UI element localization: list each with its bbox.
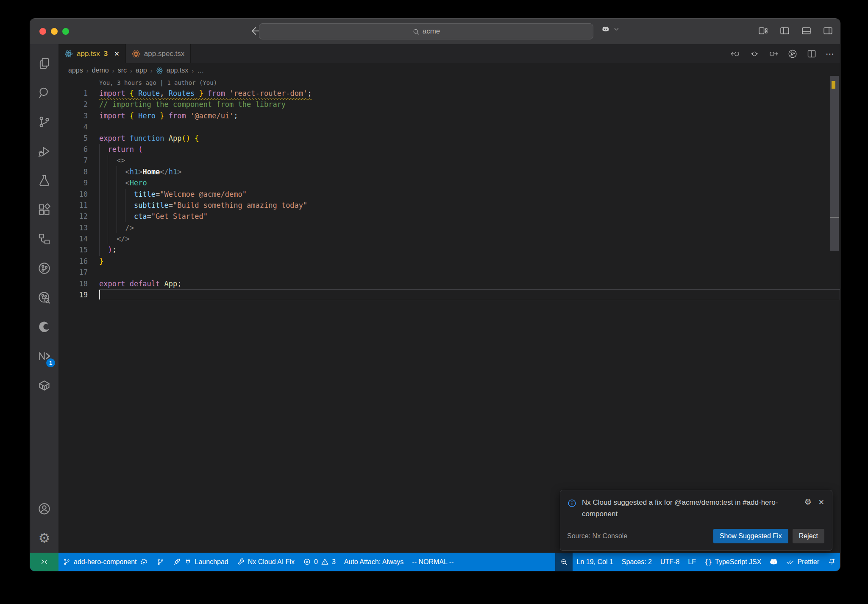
gitlens-icon[interactable]: [30, 254, 58, 283]
tab-app-spec-tsx[interactable]: app.spec.tsx: [126, 44, 191, 63]
code-line[interactable]: 7 <>: [58, 155, 840, 166]
tab-problems-badge: 3: [104, 50, 108, 58]
code-line[interactable]: 6 return (: [58, 144, 840, 155]
nx-cloud-fix-item[interactable]: Nx Cloud AI Fix: [233, 553, 299, 571]
vim-mode-item[interactable]: -- NORMAL --: [408, 553, 458, 571]
more-actions-icon[interactable]: ⋯: [826, 49, 835, 59]
toggle-sidebar-icon[interactable]: [779, 25, 790, 36]
copilot-menu[interactable]: [600, 25, 620, 33]
line-number: 8: [58, 166, 99, 177]
code-line[interactable]: 12 cta="Get Started": [58, 211, 840, 222]
copilot-status-item[interactable]: [765, 553, 782, 571]
breadcrumb-separator: ›: [130, 67, 132, 74]
close-tab-icon[interactable]: ✕: [114, 50, 120, 58]
auto-attach-item[interactable]: Auto Attach: Always: [340, 553, 408, 571]
breadcrumb-item[interactable]: demo: [92, 67, 109, 74]
source-control-icon[interactable]: [30, 107, 58, 137]
code-line[interactable]: 16}: [58, 256, 840, 267]
error-icon: [303, 558, 311, 566]
code-line[interactable]: 10 title="Welcmoe @acme/demo": [58, 189, 840, 200]
code-line[interactable]: 17: [58, 267, 840, 278]
code-line[interactable]: 13 />: [58, 222, 840, 233]
encoding-item[interactable]: UTF-8: [656, 553, 684, 571]
notification-settings-icon[interactable]: ⚙: [804, 498, 812, 506]
line-number: 2: [58, 99, 99, 110]
notification-message: Nx Cloud suggested a fix for @acme/demo:…: [582, 497, 799, 520]
indentation-item[interactable]: Spaces: 2: [618, 553, 656, 571]
git-branch-item[interactable]: add-hero-component: [58, 553, 152, 571]
commit-graph-circle-icon[interactable]: [787, 49, 798, 59]
line-number: 6: [58, 144, 99, 155]
breadcrumb-item[interactable]: …: [197, 67, 204, 74]
close-window-button[interactable]: [39, 28, 46, 35]
change-icon[interactable]: [749, 49, 760, 59]
notification-toast: Nx Cloud suggested a fix for @acme/demo:…: [560, 490, 832, 551]
remote-indicator[interactable]: [30, 553, 58, 571]
zoom-indicator-item[interactable]: [555, 553, 573, 571]
minimize-window-button[interactable]: [51, 28, 58, 35]
problems-item[interactable]: 0 3: [299, 553, 340, 571]
line-number: 18: [58, 278, 99, 289]
extensions-icon[interactable]: [30, 195, 58, 224]
cursor-position-item[interactable]: Ln 19, Col 1: [573, 553, 618, 571]
code-line[interactable]: 11 subtitle="Build something amazing tod…: [58, 200, 840, 211]
notification-close-icon[interactable]: ✕: [818, 498, 824, 507]
settings-gear-icon[interactable]: ⚙: [30, 523, 58, 553]
react-icon: [156, 67, 163, 74]
code-line[interactable]: 2// importing the component from the lib…: [58, 99, 840, 110]
code-line[interactable]: 1import { Route, Routes } from 'react-ro…: [58, 88, 840, 99]
maximize-window-button[interactable]: [62, 28, 69, 35]
reject-button[interactable]: Reject: [793, 529, 824, 543]
breadcrumb-separator: ›: [150, 67, 153, 74]
code-line[interactable]: 5export function App() {: [58, 133, 840, 144]
code-line[interactable]: 9 <Hero: [58, 177, 840, 188]
launchpad-item[interactable]: Launchpad: [169, 553, 233, 571]
run-debug-icon[interactable]: [30, 137, 58, 166]
commit-graph-icon[interactable]: [30, 283, 58, 312]
double-check-icon: [786, 558, 794, 566]
code-line[interactable]: 3import { Hero } from '@acme/ui';: [58, 110, 840, 121]
publish-cloud-icon: [140, 558, 148, 566]
scrollbar-thumb[interactable]: [830, 76, 839, 251]
accounts-icon[interactable]: [30, 494, 58, 523]
containers-icon[interactable]: [30, 371, 58, 400]
previous-change-icon[interactable]: [730, 49, 740, 59]
breadcrumb-item[interactable]: src: [118, 67, 127, 74]
line-number: 15: [58, 244, 99, 255]
code-line[interactable]: 8 <h1>Home</h1>: [58, 166, 840, 177]
hierarchy-icon[interactable]: [30, 224, 58, 254]
notification-source: Source: Nx Console: [567, 532, 713, 540]
code-line[interactable]: 18export default App;: [58, 278, 840, 289]
formatter-item[interactable]: Prettier: [782, 553, 823, 571]
breadcrumb-item[interactable]: app.tsx: [167, 67, 189, 74]
code-line[interactable]: 19: [58, 289, 840, 300]
code-line[interactable]: 14 </>: [58, 233, 840, 244]
notifications-bell-item[interactable]: [823, 553, 840, 571]
split-editor-icon[interactable]: [807, 49, 817, 59]
breadcrumb-item[interactable]: apps: [68, 67, 83, 74]
breadcrumb-separator: ›: [112, 67, 114, 74]
testing-icon[interactable]: [30, 166, 58, 195]
code-line[interactable]: 4: [58, 121, 840, 132]
toggle-secondary-sidebar-icon[interactable]: [823, 25, 833, 36]
info-icon: [567, 498, 577, 508]
show-suggested-fix-button[interactable]: Show Suggested Fix: [713, 529, 788, 543]
eol-item[interactable]: LF: [684, 553, 700, 571]
tab-app-tsx[interactable]: app.tsx 3 ✕: [58, 44, 126, 63]
branch-icon: [63, 558, 71, 566]
nx-console-icon[interactable]: 1: [30, 341, 58, 371]
explorer-icon[interactable]: [30, 49, 58, 78]
customize-layout-icon[interactable]: [758, 25, 768, 36]
breadcrumb-item[interactable]: app: [136, 67, 147, 74]
line-number: 17: [58, 267, 99, 278]
language-mode-item[interactable]: {} TypeScript JSX: [700, 553, 765, 571]
search-view-icon[interactable]: [30, 78, 58, 107]
command-center-search[interactable]: acme: [259, 23, 593, 39]
source-control-status-item[interactable]: [152, 553, 169, 571]
warning-count: 3: [332, 558, 336, 566]
git-blame-lens[interactable]: You, 3 hours ago | 1 author (You): [58, 78, 840, 88]
next-change-icon[interactable]: [768, 49, 779, 59]
edge-browser-icon[interactable]: [30, 312, 58, 341]
code-line[interactable]: 15 );: [58, 244, 840, 255]
toggle-panel-icon[interactable]: [801, 25, 812, 36]
